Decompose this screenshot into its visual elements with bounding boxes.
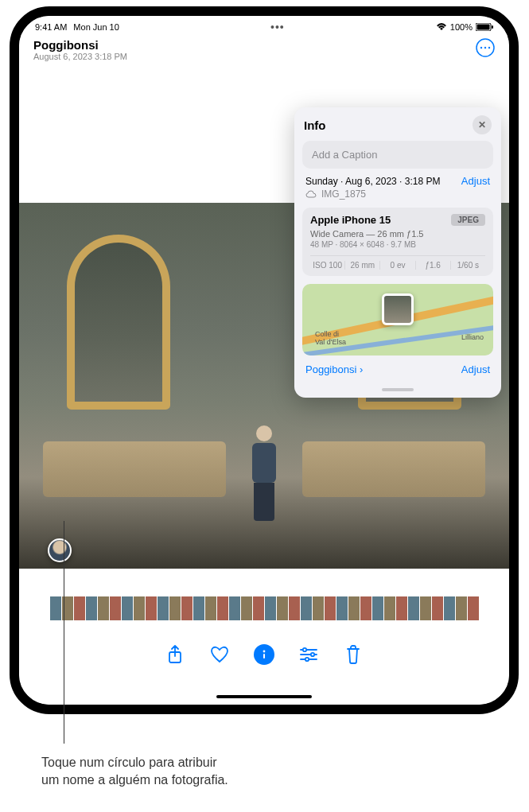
exif-aperture: ƒ1.6 xyxy=(416,261,451,270)
svg-point-5 xyxy=(484,47,486,49)
top-bar: Poggibonsi August 6, 2023 3:18 PM xyxy=(19,35,509,68)
caption-input[interactable]: Add a Caption xyxy=(302,141,493,169)
multitask-dots-icon[interactable]: ••• xyxy=(270,21,285,33)
battery-text: 100% xyxy=(450,22,473,32)
map-label-lilliano: Lilliano xyxy=(461,333,484,341)
map-label-colle: Colle di Val d'Elsa xyxy=(315,330,346,346)
location-map[interactable]: Colle di Val d'Elsa Lilliano xyxy=(302,284,493,355)
trash-icon[interactable] xyxy=(343,644,364,665)
format-badge: JPEG xyxy=(451,214,485,226)
exif-focal: 26 mm xyxy=(345,261,380,270)
status-date: Mon Jun 10 xyxy=(73,22,119,32)
map-location-link[interactable]: Poggibonsi › xyxy=(305,363,363,375)
location-title[interactable]: Poggibonsi xyxy=(33,38,127,52)
info-icon[interactable] xyxy=(254,644,274,665)
callout-leader-line xyxy=(64,521,64,744)
status-bar: 9:41 AM Mon Jun 10 ••• 100% xyxy=(19,16,509,35)
svg-rect-2 xyxy=(492,25,493,29)
photo-viewer[interactable]: Info ✕ Add a Caption Sunday · Aug 6, 202… xyxy=(19,68,509,569)
share-icon[interactable] xyxy=(165,644,185,665)
close-icon[interactable]: ✕ xyxy=(473,115,492,134)
wifi-icon xyxy=(436,23,447,31)
bottom-toolbar xyxy=(19,644,509,665)
adjust-location-button[interactable]: Adjust xyxy=(461,363,490,375)
detected-face-circle[interactable] xyxy=(48,538,72,562)
thumbnail-strip[interactable] xyxy=(19,596,509,625)
photo-date: Sunday · Aug 6, 2023 · 3:18 PM xyxy=(305,176,440,187)
svg-rect-1 xyxy=(476,25,489,30)
battery-icon xyxy=(476,23,493,31)
status-time: 9:41 AM xyxy=(35,22,67,32)
location-subtitle: August 6, 2023 3:18 PM xyxy=(33,52,127,61)
camera-device-name: Apple iPhone 15 xyxy=(310,214,391,226)
svg-rect-9 xyxy=(263,654,265,659)
exif-shutter: 1/60 s xyxy=(451,261,485,270)
adjust-icon[interactable] xyxy=(298,644,319,665)
more-options-icon[interactable] xyxy=(476,38,495,57)
camera-info-card: Apple iPhone 15 JPEG Wide Camera — 26 mm… xyxy=(302,208,493,276)
home-indicator[interactable] xyxy=(216,695,312,698)
cloud-icon xyxy=(305,190,317,198)
svg-point-4 xyxy=(480,47,482,49)
resolution-info: 48 MP · 8064 × 6048 · 9.7 MB xyxy=(310,240,485,249)
panel-drag-handle[interactable] xyxy=(382,388,414,391)
adjust-date-button[interactable]: Adjust xyxy=(461,175,490,187)
ipad-frame: 9:41 AM Mon Jun 10 ••• 100% Poggibonsi A… xyxy=(10,6,519,714)
filename-text: IMG_1875 xyxy=(321,188,366,200)
exif-iso: ISO 100 xyxy=(310,261,345,270)
svg-point-11 xyxy=(311,653,314,656)
svg-point-10 xyxy=(303,648,306,651)
svg-point-12 xyxy=(305,658,309,661)
callout-caption: Toque num círculo para atribuir um nome … xyxy=(41,754,228,788)
exif-ev: 0 ev xyxy=(380,261,415,270)
info-panel-title: Info xyxy=(304,118,326,132)
favorite-icon[interactable] xyxy=(209,644,230,665)
info-panel: Info ✕ Add a Caption Sunday · Aug 6, 202… xyxy=(294,107,501,398)
svg-point-6 xyxy=(488,47,490,49)
svg-point-8 xyxy=(263,651,266,653)
lens-info: Wide Camera — 26 mm ƒ1.5 xyxy=(310,229,485,239)
map-photo-pin[interactable] xyxy=(382,293,414,325)
